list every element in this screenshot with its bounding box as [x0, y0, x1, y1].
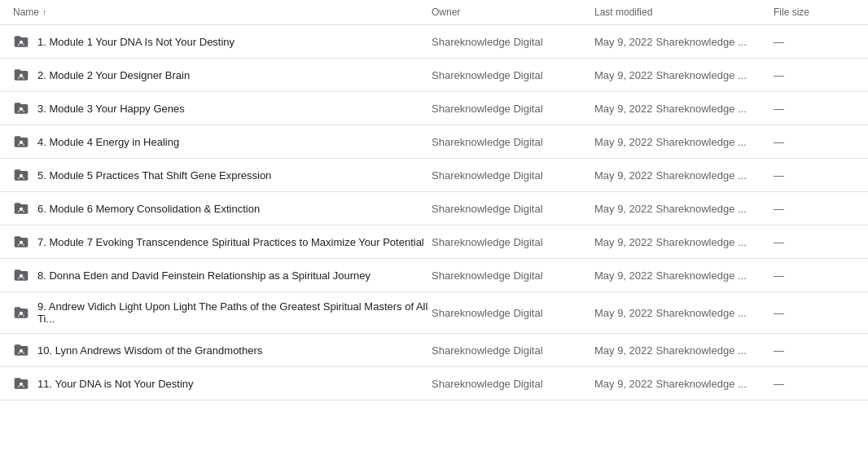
modified-date: May 9, 2022 [594, 378, 653, 390]
row-size-cell: — [774, 269, 855, 282]
modified-date: May 9, 2022 [594, 36, 653, 48]
row-name-cell: 9. Andrew Vidich Light Upon Light The Pa… [13, 300, 432, 325]
header-owner: Owner [432, 7, 594, 18]
row-name-cell: 8. Donna Eden and David Feinstein Relati… [13, 267, 432, 283]
row-size-cell: — [774, 36, 855, 48]
row-name-cell: 4. Module 4 Energy in Healing [13, 134, 432, 150]
file-table: Name ↑ Owner Last modified File size 1. … [0, 0, 868, 401]
table-row[interactable]: 2. Module 2 Your Designer Brain Sharekno… [0, 59, 868, 92]
folder-shared-icon [13, 375, 29, 392]
row-name-cell: 5. Module 5 Practices That Shift Gene Ex… [13, 167, 432, 183]
folder-shared-icon [13, 234, 29, 250]
row-label: 5. Module 5 Practices That Shift Gene Ex… [37, 169, 271, 182]
row-modified-cell: May 9, 2022 Shareknowledge ... [594, 69, 774, 81]
folder-shared-icon [13, 200, 29, 217]
modified-user: Shareknowledge ... [656, 307, 747, 319]
row-label: 6. Module 6 Memory Consolidation & Extin… [37, 203, 260, 215]
table-header: Name ↑ Owner Last modified File size [0, 0, 868, 25]
table-row[interactable]: 9. Andrew Vidich Light Upon Light The Pa… [0, 292, 868, 334]
folder-shared-icon [13, 167, 29, 183]
row-size-cell: — [774, 236, 855, 248]
row-modified-cell: May 9, 2022 Shareknowledge ... [594, 103, 774, 115]
row-owner-cell: Shareknowledge Digital [432, 69, 594, 81]
modified-date: May 9, 2022 [594, 236, 653, 248]
row-label: 9. Andrew Vidich Light Upon Light The Pa… [37, 300, 432, 325]
row-name-cell: 6. Module 6 Memory Consolidation & Extin… [13, 200, 432, 217]
name-label: Name [13, 7, 39, 18]
row-owner-cell: Shareknowledge Digital [432, 307, 594, 319]
row-name-cell: 7. Module 7 Evoking Transcendence Spirit… [13, 234, 432, 250]
header-size: File size [774, 7, 855, 18]
table-body: 1. Module 1 Your DNA Is Not Your Destiny… [0, 25, 868, 401]
folder-shared-icon [13, 100, 29, 116]
header-modified: Last modified [594, 7, 774, 18]
modified-user: Shareknowledge ... [656, 169, 747, 182]
row-size-cell: — [774, 169, 855, 182]
row-owner-cell: Shareknowledge Digital [432, 378, 594, 390]
row-modified-cell: May 9, 2022 Shareknowledge ... [594, 203, 774, 215]
folder-shared-icon [13, 342, 29, 358]
modified-date: May 9, 2022 [594, 203, 653, 215]
row-owner-cell: Shareknowledge Digital [432, 36, 594, 48]
row-name-cell: 10. Lynn Andrews Wisdom of the Grandmoth… [13, 342, 432, 358]
table-row[interactable]: 1. Module 1 Your DNA Is Not Your Destiny… [0, 25, 868, 59]
row-size-cell: — [774, 103, 855, 115]
row-label: 11. Your DNA is Not Your Destiny [37, 378, 194, 390]
row-size-cell: — [774, 136, 855, 148]
modified-user: Shareknowledge ... [656, 36, 747, 48]
row-modified-cell: May 9, 2022 Shareknowledge ... [594, 36, 774, 48]
modified-user: Shareknowledge ... [656, 344, 747, 357]
modified-date: May 9, 2022 [594, 307, 653, 319]
row-label: 7. Module 7 Evoking Transcendence Spirit… [37, 236, 424, 248]
row-label: 3. Module 3 Your Happy Genes [37, 103, 185, 115]
row-name-cell: 2. Module 2 Your Designer Brain [13, 67, 432, 83]
header-name[interactable]: Name ↑ [13, 7, 432, 18]
row-name-cell: 1. Module 1 Your DNA Is Not Your Destiny [13, 33, 432, 50]
row-owner-cell: Shareknowledge Digital [432, 103, 594, 115]
sort-arrow: ↑ [42, 7, 47, 17]
row-name-cell: 3. Module 3 Your Happy Genes [13, 100, 432, 116]
row-size-cell: — [774, 378, 855, 390]
row-label: 8. Donna Eden and David Feinstein Relati… [37, 269, 370, 282]
folder-shared-icon [13, 134, 29, 150]
row-modified-cell: May 9, 2022 Shareknowledge ... [594, 236, 774, 248]
modified-user: Shareknowledge ... [656, 236, 747, 248]
table-row[interactable]: 6. Module 6 Memory Consolidation & Extin… [0, 192, 868, 226]
modified-date: May 9, 2022 [594, 169, 653, 182]
row-label: 4. Module 4 Energy in Healing [37, 136, 179, 148]
row-modified-cell: May 9, 2022 Shareknowledge ... [594, 136, 774, 148]
row-name-cell: 11. Your DNA is Not Your Destiny [13, 375, 432, 392]
table-row[interactable]: 7. Module 7 Evoking Transcendence Spirit… [0, 226, 868, 259]
row-label: 10. Lynn Andrews Wisdom of the Grandmoth… [37, 344, 262, 357]
table-row[interactable]: 8. Donna Eden and David Feinstein Relati… [0, 259, 868, 292]
row-owner-cell: Shareknowledge Digital [432, 236, 594, 248]
row-modified-cell: May 9, 2022 Shareknowledge ... [594, 378, 774, 390]
row-label: 2. Module 2 Your Designer Brain [37, 69, 190, 81]
table-row[interactable]: 4. Module 4 Energy in Healing Shareknowl… [0, 125, 868, 159]
modified-date: May 9, 2022 [594, 344, 653, 357]
row-owner-cell: Shareknowledge Digital [432, 169, 594, 182]
folder-shared-icon [13, 33, 29, 50]
modified-user: Shareknowledge ... [656, 69, 747, 81]
folder-shared-icon [13, 67, 29, 83]
row-owner-cell: Shareknowledge Digital [432, 136, 594, 148]
row-modified-cell: May 9, 2022 Shareknowledge ... [594, 169, 774, 182]
modified-user: Shareknowledge ... [656, 269, 747, 282]
modified-user: Shareknowledge ... [656, 103, 747, 115]
table-row[interactable]: 11. Your DNA is Not Your Destiny Sharekn… [0, 367, 868, 401]
modified-date: May 9, 2022 [594, 103, 653, 115]
row-size-cell: — [774, 203, 855, 215]
table-row[interactable]: 5. Module 5 Practices That Shift Gene Ex… [0, 159, 868, 192]
row-owner-cell: Shareknowledge Digital [432, 203, 594, 215]
row-owner-cell: Shareknowledge Digital [432, 269, 594, 282]
table-row[interactable]: 3. Module 3 Your Happy Genes Shareknowle… [0, 92, 868, 125]
row-size-cell: — [774, 344, 855, 357]
row-modified-cell: May 9, 2022 Shareknowledge ... [594, 307, 774, 319]
folder-shared-icon [13, 267, 29, 283]
folder-shared-icon [13, 304, 29, 321]
modified-user: Shareknowledge ... [656, 136, 747, 148]
table-row[interactable]: 10. Lynn Andrews Wisdom of the Grandmoth… [0, 334, 868, 367]
row-owner-cell: Shareknowledge Digital [432, 344, 594, 357]
modified-date: May 9, 2022 [594, 269, 653, 282]
row-modified-cell: May 9, 2022 Shareknowledge ... [594, 344, 774, 357]
